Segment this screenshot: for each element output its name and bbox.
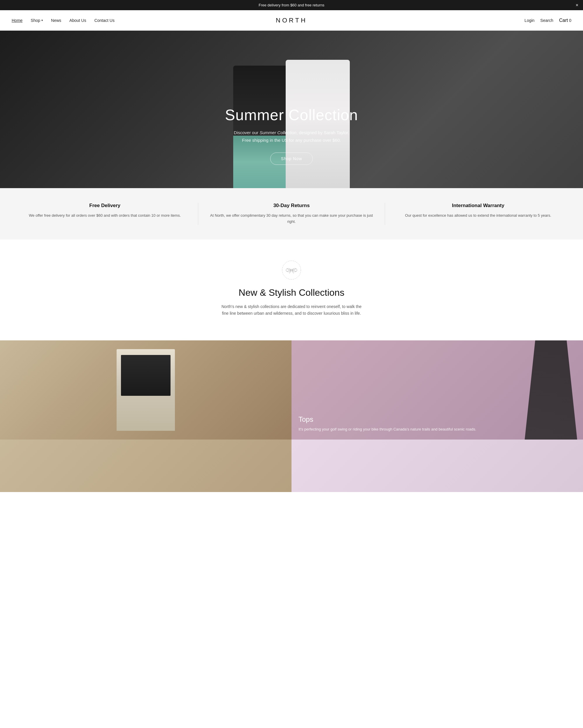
nav-news[interactable]: News — [51, 18, 61, 23]
site-logo[interactable]: NORTH — [276, 17, 307, 24]
nav-login[interactable]: Login — [524, 18, 534, 23]
feature-title-returns: 30-Day Returns — [207, 203, 376, 209]
nav-contact[interactable]: Contact Us — [94, 18, 115, 23]
nav-home[interactable]: Home — [12, 18, 23, 23]
feature-title-delivery: Free Delivery — [20, 203, 189, 209]
announcement-close-button[interactable]: × — [576, 3, 578, 7]
feature-desc-warranty: Our quest for excellence has allowed us … — [394, 213, 563, 219]
nav-right: Login Search Cart 0 — [524, 18, 571, 23]
product-grid: Tops It's perfecting your golf swing or … — [0, 340, 583, 440]
announcement-bar: Free delivery from $60 and free returns … — [0, 0, 583, 10]
product-card-coat[interactable] — [0, 340, 292, 440]
chevron-down-icon: ▾ — [41, 19, 43, 22]
nav-search[interactable]: Search — [540, 18, 553, 23]
feature-returns: 30-Day Returns At North, we offer compli… — [198, 203, 385, 225]
hero-title: Summer Collection — [225, 106, 358, 124]
feature-warranty: International Warranty Our quest for exc… — [385, 203, 571, 225]
bottom-section — [0, 440, 583, 492]
product-card-tops-title: Tops — [299, 415, 476, 423]
hero-section: Summer Collection Discover our Summer Co… — [0, 31, 583, 188]
nav-shop[interactable]: Shop ▾ — [31, 18, 43, 23]
features-section: Free Delivery We offer free delivery for… — [0, 188, 583, 239]
feature-desc-returns: At North, we offer complimentary 30 day … — [207, 213, 376, 225]
hero-subtitle: Discover our Summer Collection, designed… — [225, 129, 358, 144]
bottom-card-right — [292, 440, 583, 492]
cart-count: 0 — [569, 18, 571, 23]
product-card-tops-desc: It's perfecting your golf swing or ridin… — [299, 426, 476, 433]
nav-cart[interactable]: Cart 0 — [559, 18, 571, 23]
site-header: Home Shop ▾ News About Us Contact Us NOR… — [0, 10, 583, 31]
collections-desc: North's new & stylish collections are de… — [219, 303, 364, 317]
collection-icon — [281, 260, 302, 280]
nav-about[interactable]: About Us — [70, 18, 86, 23]
hero-content: Summer Collection Discover our Summer Co… — [225, 106, 358, 165]
feature-free-delivery: Free Delivery We offer free delivery for… — [12, 203, 198, 225]
shop-now-button[interactable]: Shop Now — [270, 153, 313, 165]
nav-left: Home Shop ▾ News About Us Contact Us — [12, 18, 115, 23]
collections-title: New & Stylish Collections — [12, 287, 571, 298]
coat-figure — [117, 349, 175, 431]
collections-section: New & Stylish Collections North's new & … — [0, 239, 583, 341]
announcement-text: Free delivery from $60 and free returns — [258, 3, 324, 7]
bottom-card-left — [0, 440, 292, 492]
feature-desc-delivery: We offer free delivery for all orders ov… — [20, 213, 189, 219]
feature-title-warranty: International Warranty — [394, 203, 563, 209]
product-card-tops[interactable]: Tops It's perfecting your golf swing or … — [292, 340, 583, 440]
cart-label: Cart — [559, 18, 568, 23]
